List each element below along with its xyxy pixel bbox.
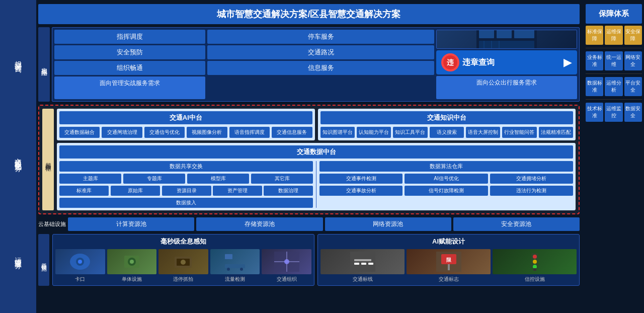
sidebar-item-operations: 运维管理服务	[13, 252, 23, 258]
ai-item-2: 交通信号优化	[144, 127, 185, 138]
impl-right-left: 停车服务 交通路况 信息服务	[207, 30, 434, 99]
signal-icon	[522, 252, 547, 272]
perception-box: 毫秒级全息感知 卡口	[52, 234, 314, 286]
svg-point-21	[227, 268, 230, 271]
violation-query-box[interactable]: 违 违章查询 ▶	[436, 50, 577, 74]
svg-rect-35	[448, 264, 450, 270]
impl-right-right: 违 违章查询 ▶ 面向公众出行服务需求	[436, 30, 577, 99]
impl-left-items: 指挥调度 安全预防 组织畅通	[54, 30, 205, 75]
k-item-0: 知识图谱平台	[320, 127, 355, 138]
bottom-section: 基础设施 毫秒级全息感知 卡口	[38, 234, 580, 286]
data-exchange-title: 数据共享交换	[59, 161, 313, 172]
right-item-ops-monitor: 运维监控	[605, 103, 622, 122]
ai-item-3: 视频图像分析	[187, 127, 227, 138]
impl-item-org: 组织畅通	[54, 61, 205, 75]
cloud-items: 计算资源池 存储资源池 网络资源池 安全资源池	[68, 217, 580, 231]
svg-point-37	[533, 255, 537, 259]
traffic-sign-thumb: 限	[407, 249, 491, 274]
perception-label-4: 交通组织	[277, 276, 297, 283]
flow-thumb	[210, 249, 260, 274]
sidebar-item-planning: 规划设计咨询	[13, 55, 23, 61]
traffic-org-icon	[274, 252, 299, 272]
data-left: 数据共享交换 主题库 专题库 模型库 其它库 标准库 原始库	[59, 161, 313, 208]
camera-icon	[67, 252, 93, 272]
data-divider	[316, 161, 316, 208]
management-label: 面向管理实战服务需求	[54, 76, 205, 99]
ai-item-label-0: 交通标线	[353, 276, 373, 283]
impl-row: 指挥调度 安全预防 组织畅通 面向管理实战服务需求 停车服务 交通路况 信息服务	[52, 27, 580, 102]
right-item-biz-standard: 业务标准	[586, 51, 603, 70]
ai-item-label-1: 交通标志	[439, 276, 459, 283]
ai-item-0: 交通标线	[320, 249, 405, 283]
perception-item-0: 卡口	[55, 249, 105, 283]
page-title: 城市智慧交通解决方案/区县智慧交通解决方案	[38, 4, 580, 24]
cloud-item-0: 计算资源池	[68, 217, 194, 231]
svg-rect-19	[225, 264, 245, 268]
speed-cam-thumb	[107, 249, 157, 274]
k-item-1: 认知能力平台	[357, 127, 391, 138]
sidebar-item-traffic: 交通组织优化服务	[13, 152, 23, 161]
middle-inner: 交通AI中台 交通数据融合 交通闸墙治理 交通信号优化 视频图像分析 语音指挥调…	[57, 109, 576, 210]
k-item-4: 语音大屏控制	[466, 127, 500, 138]
algo-items-row2: 交通事故分析 信号灯故障检测 违法行为检测	[319, 186, 573, 196]
violation-car-icon: 违	[443, 55, 458, 70]
algo-item-0: 交通事件检测	[319, 174, 403, 184]
svg-rect-3	[514, 30, 534, 38]
implementation-section: 实战应用 指挥调度 安全预防 组织畅通 面向管理实战服务需求 停车服务 交通路况…	[38, 27, 580, 102]
knowledge-center-title: 交通知识中台	[320, 111, 574, 124]
impl-right: 停车服务 交通路况 信息服务	[207, 30, 577, 99]
perception-item-2: 违停抓拍	[158, 249, 208, 283]
perception-title: 毫秒级全息感知	[55, 237, 311, 246]
right-sidebar: 保障体系 标准保障 运维保障 安全保障 业务标准 统一运维 网络安全 数据标准 …	[584, 0, 644, 313]
ai-center-title: 交通AI中台	[59, 111, 312, 124]
algo-right: 数据算法仓库 交通事件检测 AI信号优化 交通拥堵分析 交通事故分析 信号灯故障…	[319, 161, 573, 208]
violation-icon: 违	[441, 53, 459, 71]
data-access: 数据接入	[59, 198, 313, 208]
impl-left: 指挥调度 安全预防 组织畅通 面向管理实战服务需求	[54, 30, 205, 99]
main-content: 城市智慧交通解决方案/区县智慧交通解决方案 实战应用 指挥调度 安全预防 组织畅…	[36, 0, 584, 313]
middle-top: 交通AI中台 交通数据融合 交通闸墙治理 交通信号优化 视频图像分析 语音指挥调…	[57, 109, 576, 140]
impl-info-service: 信息服务	[207, 61, 434, 75]
svg-point-12	[78, 260, 82, 264]
data-row2: 标准库 原始库 资源目录 资产管理 数据治理	[59, 186, 313, 196]
resource-item-2: 数据治理	[264, 186, 313, 196]
road-marking-thumb	[320, 249, 405, 274]
svg-rect-31	[368, 263, 373, 265]
perception-label-0: 卡口	[75, 276, 85, 283]
algo-items-row1: 交通事件检测 AI信号优化 交通拥堵分析	[319, 174, 573, 184]
ai-item-2: 信控设施	[493, 249, 577, 283]
svg-rect-1	[479, 30, 494, 38]
impl-item-dispatch: 指挥调度	[54, 30, 205, 44]
algo-item-1: AI信号优化	[405, 174, 488, 184]
right-item-data-standard: 数据标准	[586, 77, 603, 96]
resource-item-1: 资产管理	[213, 186, 262, 196]
right-grid-1: 标准保障 运维保障 安全保障	[586, 26, 642, 45]
svg-point-39	[533, 265, 537, 269]
traffic-org-thumb	[262, 249, 311, 274]
perception-label-1: 单体设施	[122, 276, 142, 283]
ai-item-1: 交通闸墙治理	[102, 127, 142, 138]
data-model-lib: 原始库	[111, 186, 160, 196]
traffic-sign-icon: 限	[436, 252, 461, 272]
knowledge-center-box: 交通知识中台 知识图谱平台 认知能力平台 知识工具平台 语义搜索 语音大屏控制 …	[318, 109, 576, 140]
right-item-data-security: 数据安全	[624, 103, 642, 122]
perception-label-3: 流量检测	[225, 276, 245, 283]
data-standard-lib: 标准库	[59, 186, 109, 196]
ai-design-title: AI赋能设计	[320, 237, 577, 246]
impl-item-safety: 安全预防	[54, 45, 205, 59]
right-sidebar-title: 保障体系	[586, 4, 642, 24]
cloud-item-3: 安全资源池	[453, 217, 580, 231]
k-item-5: 行业智能问答	[502, 127, 536, 138]
algo-item-2: 交通拥堵分析	[490, 174, 573, 184]
camera-thumb-0	[55, 249, 105, 274]
data-row2-items1: 标准库 原始库	[59, 186, 160, 196]
super-hub-section: 超脑中枢 交通AI中台 交通数据融合 交通闸墙治理 交通信号优化 视频图像分析 …	[38, 105, 580, 214]
algo-r2-item-2: 违法行为检测	[490, 186, 573, 196]
traffic-command-svg	[476, 30, 537, 49]
cloud-label: 云基础设施	[38, 220, 66, 228]
bottom-content: 毫秒级全息感知 卡口	[52, 234, 580, 286]
super-hub-label: 超脑中枢	[42, 109, 54, 210]
right-divider-2	[586, 73, 642, 74]
data-center-box: 交通数据中台 数据共享交换 主题库 专题库 模型库 其它库	[57, 143, 576, 210]
ai-item-label-2: 信控设施	[525, 276, 545, 283]
